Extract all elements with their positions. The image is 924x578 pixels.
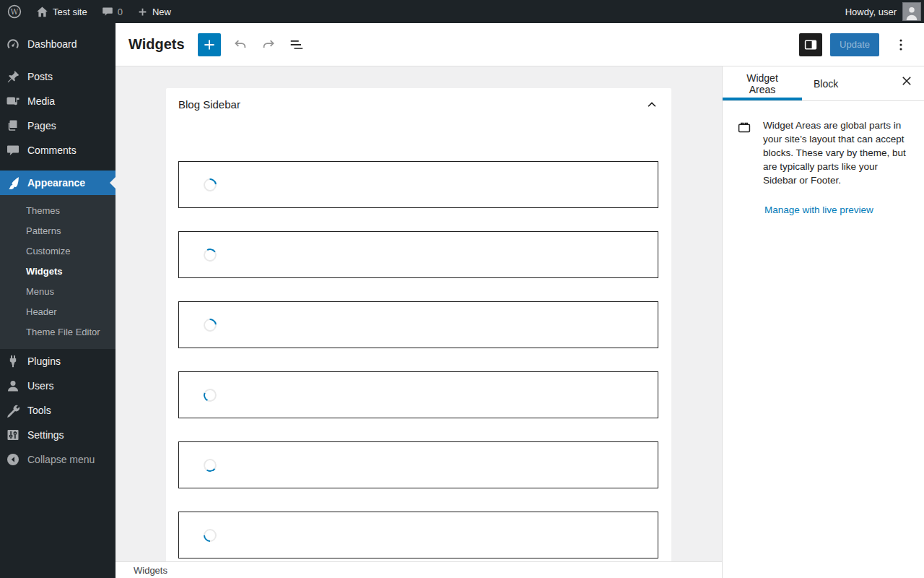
sidebar-item-posts[interactable]: Posts	[0, 64, 116, 89]
undo-button[interactable]	[232, 36, 249, 53]
sidebar-panel-icon	[803, 38, 818, 52]
widget-area-title: Blog Sidebar	[178, 98, 240, 111]
submenu-item-widgets[interactable]: Widgets	[0, 261, 116, 281]
list-view-icon	[289, 37, 305, 53]
chevron-up-icon	[645, 98, 658, 111]
wordpress-logo-icon: W	[7, 4, 22, 19]
sidebar-item-label: Media	[27, 95, 55, 107]
close-icon	[899, 74, 914, 88]
editor-canvas: Blog Sidebar	[116, 66, 722, 561]
submenu-label: Widgets	[26, 266, 62, 277]
submenu-item-menus[interactable]: Menus	[0, 281, 116, 301]
comment-bubble-icon	[102, 6, 113, 17]
home-icon	[36, 6, 48, 18]
settings-panel: Widget Areas Block Widget Areas are glob…	[722, 66, 924, 578]
editor-header: Widgets	[116, 23, 924, 66]
loading-spinner-icon	[201, 526, 219, 544]
pushpin-icon	[6, 69, 20, 84]
sidebar-item-label: Pages	[27, 120, 56, 131]
loading-block[interactable]	[178, 161, 658, 208]
loading-block[interactable]	[178, 301, 658, 348]
comments-bubble-link[interactable]: 0	[95, 0, 130, 23]
admin-bar: W Test site 0 New Howdy, user	[0, 0, 924, 23]
kebab-menu-icon	[893, 37, 909, 53]
sidebar-item-label: Comments	[27, 144, 77, 156]
sidebar-item-pages[interactable]: Pages	[0, 113, 116, 138]
collapse-widget-area-button[interactable]	[643, 96, 661, 113]
wrench-icon	[6, 403, 20, 418]
update-button[interactable]: Update	[830, 33, 879, 56]
panel-description: Widget Areas are global parts in your si…	[763, 118, 912, 187]
settings-sidebar-toggle-button[interactable]	[799, 33, 822, 56]
submenu-label: Themes	[26, 205, 60, 216]
sidebar-item-users[interactable]: Users	[0, 374, 116, 398]
sidebar-item-label: Appearance	[27, 177, 85, 189]
site-name-link[interactable]: Test site	[29, 0, 95, 23]
svg-text:W: W	[11, 7, 19, 16]
dashboard-gauge-icon	[6, 37, 20, 51]
sidebar-item-plugins[interactable]: Plugins	[0, 349, 116, 374]
sidebar-item-tools[interactable]: Tools	[0, 398, 116, 423]
sidebar-item-dashboard[interactable]: Dashboard	[0, 32, 116, 56]
sidebar-item-collapse-menu[interactable]: Collapse menu	[0, 447, 116, 472]
loading-block[interactable]	[178, 231, 658, 278]
widget-area-header[interactable]: Blog Sidebar	[166, 88, 671, 121]
sidebar-item-label: Settings	[27, 429, 64, 441]
paintbrush-icon	[6, 176, 20, 190]
submenu-item-themes[interactable]: Themes	[0, 200, 116, 220]
sidebar-item-label: Dashboard	[27, 38, 77, 50]
collapse-arrow-icon	[6, 452, 20, 467]
submenu-item-customize[interactable]: Customize	[0, 241, 116, 261]
tab-widget-areas[interactable]: Widget Areas	[723, 66, 802, 100]
options-kebab-button[interactable]	[892, 36, 910, 53]
manage-live-preview-link[interactable]: Manage with live preview	[764, 204, 873, 215]
pages-icon	[6, 118, 20, 133]
loading-spinner-icon	[201, 387, 218, 403]
submenu-item-header[interactable]: Header	[0, 301, 116, 322]
widget-area-card: Blog Sidebar	[166, 88, 671, 561]
plus-icon	[137, 7, 148, 17]
sidebar-item-label: Plugins	[27, 355, 61, 367]
loading-spinner-icon	[203, 457, 218, 473]
redo-button[interactable]	[260, 36, 277, 53]
panel-tabs: Widget Areas Block	[723, 66, 924, 101]
avatar[interactable]	[902, 2, 921, 21]
sidebar-item-appearance[interactable]: Appearance	[0, 171, 116, 195]
loading-spinner-icon	[202, 246, 218, 262]
new-label: New	[152, 7, 171, 17]
page-title: Widgets	[128, 36, 185, 53]
submenu-item-patterns[interactable]: Patterns	[0, 220, 116, 241]
submenu-item-theme-file-editor[interactable]: Theme File Editor	[0, 322, 116, 342]
tab-block[interactable]: Block	[802, 66, 850, 100]
submenu-label: Menus	[26, 286, 54, 297]
close-panel-button[interactable]	[898, 72, 915, 90]
admin-sidebar: Dashboard Posts Media Pages Comments App…	[0, 23, 116, 578]
widget-area-blocks	[166, 121, 671, 558]
submenu-label: Customize	[26, 246, 70, 256]
block-inserter-button[interactable]	[198, 33, 221, 56]
comments-icon	[6, 143, 20, 158]
redo-icon	[261, 37, 276, 53]
undo-icon	[232, 37, 248, 53]
howdy-label: Howdy, user	[845, 7, 897, 17]
sidebar-item-comments[interactable]: Comments	[0, 138, 116, 163]
media-icon	[6, 94, 20, 108]
loading-block[interactable]	[178, 441, 658, 488]
wordpress-logo-icon[interactable]: W	[0, 0, 29, 23]
list-view-button[interactable]	[288, 36, 305, 53]
loading-spinner-icon	[201, 176, 219, 194]
new-content-link[interactable]: New	[130, 0, 178, 23]
plus-icon	[201, 37, 217, 53]
sidebar-item-label: Collapse menu	[27, 454, 95, 465]
loading-spinner-icon	[201, 316, 219, 334]
submenu-label: Theme File Editor	[26, 327, 100, 337]
howdy-user-link[interactable]: Howdy, user	[838, 0, 897, 23]
loading-block[interactable]	[178, 512, 658, 558]
sidebar-item-label: Tools	[27, 405, 51, 416]
sidebar-item-settings[interactable]: Settings	[0, 423, 116, 447]
sidebar-item-label: Posts	[27, 71, 53, 82]
sidebar-item-media[interactable]: Media	[0, 89, 116, 113]
settings-sliders-icon	[6, 428, 20, 442]
sidebar-item-label: Users	[27, 380, 54, 392]
loading-block[interactable]	[178, 371, 658, 418]
